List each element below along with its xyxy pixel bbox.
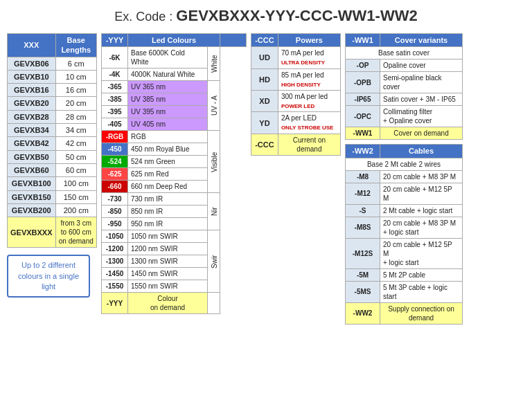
power-code-cell: YD bbox=[251, 112, 278, 134]
base-length-cell: 28 cm bbox=[55, 110, 96, 123]
led-code-cell: -1300 bbox=[102, 255, 128, 268]
base-code-cell: GEVXB10 bbox=[8, 70, 56, 83]
base-code-cell: GEVXB60 bbox=[8, 163, 56, 176]
led-code-cell: -1200 bbox=[102, 243, 128, 255]
cover-desc-cell: Semi-opaline black cover bbox=[380, 72, 463, 93]
note-box: Up to 2 different colours in a single li… bbox=[7, 255, 90, 298]
cover-desc-cell: Opaline cover bbox=[380, 60, 463, 72]
led-code-cell: -1450 bbox=[102, 268, 128, 280]
base-header-code: XXX bbox=[8, 34, 56, 57]
base-length-cell: 100 cm bbox=[55, 177, 96, 190]
cover-demand-desc: Cover on demand bbox=[380, 127, 463, 140]
covers-base-row: Base satin cover bbox=[346, 47, 463, 60]
power-demand-desc: Current on demand bbox=[278, 134, 340, 155]
led-code-cell: -450 bbox=[102, 143, 128, 156]
led-colours-column: -YYY Led Colours -6KBase 6000K Cold Whit… bbox=[101, 33, 247, 314]
led-desc-cell: 660 nm Deep Red bbox=[128, 181, 208, 193]
led-code-cell: -625 bbox=[102, 168, 128, 181]
base-length-cell: 10 cm bbox=[55, 70, 96, 83]
base-length-cell: 34 cm bbox=[55, 124, 96, 137]
cover-code-cell: -IP65 bbox=[346, 93, 380, 106]
led-code-cell: -1550 bbox=[102, 280, 128, 293]
right-columns: -WW1 Cover variants Base satin cover-OPO… bbox=[345, 33, 463, 325]
led-header-code: -YYY bbox=[102, 34, 128, 47]
led-desc-cell: 450 nm Royal Blue bbox=[128, 143, 208, 156]
cable-code-cell: -M8S bbox=[346, 217, 380, 238]
cable-code-cell: -5M bbox=[346, 268, 380, 281]
base-code-cell: GEVXB28 bbox=[8, 110, 56, 123]
cable-demand-code: -WW2 bbox=[346, 302, 380, 324]
powers-table: -CCC Powers UD70 mA per ledULTRA DENSITY… bbox=[251, 33, 341, 156]
title-suffix: -YYY-CCC-WW1-WW2 bbox=[260, 7, 417, 24]
base-code-cell: GEVXB06 bbox=[8, 57, 56, 70]
base-length-cell: 6 cm bbox=[55, 57, 96, 70]
cable-code-cell: -M12 bbox=[346, 183, 380, 204]
base-length-cell: 16 cm bbox=[55, 84, 96, 97]
cable-desc-cell: 20 cm cable + M12 5P M bbox=[380, 183, 463, 204]
led-desc-cell: 1200 nm SWIR bbox=[128, 243, 208, 255]
led-desc-cell: 524 nm Green bbox=[128, 156, 208, 168]
led-code-cell: -395 bbox=[102, 106, 128, 118]
led-code-cell: -RGB bbox=[102, 131, 128, 143]
power-desc-cell: 70 mA per ledULTRA DENSITY bbox=[278, 47, 340, 69]
power-desc-cell: 2A per LEDONLY STROBE USE bbox=[278, 112, 340, 134]
cover-desc-cell: Collimating filter + Opaline cover bbox=[380, 106, 463, 127]
led-desc-cell: Base 6000K Cold White bbox=[128, 47, 208, 69]
led-desc-cell: UV 405 nm bbox=[128, 118, 208, 131]
cable-code-cell: -M12S bbox=[346, 238, 380, 268]
cable-code-cell: -5MS bbox=[346, 281, 380, 302]
led-desc-cell: UV 385 nm bbox=[128, 93, 208, 106]
cover-demand-code: -WW1 bbox=[346, 127, 380, 140]
led-group-label: UV - A bbox=[208, 81, 220, 131]
base-header-label: Base Lengths bbox=[55, 34, 96, 57]
base-lengths-table: XXX Base Lengths GEVXB066 cmGEVXB1010 cm… bbox=[7, 33, 97, 248]
led-desc-cell: RGB bbox=[128, 131, 208, 143]
led-desc-cell: UV 365 nm bbox=[128, 81, 208, 93]
base-length-cell: 60 cm bbox=[55, 163, 96, 176]
cable-desc-cell: 5 Mt 3P cable + logic start bbox=[380, 281, 463, 302]
base-code-cell: GEVXB42 bbox=[8, 137, 56, 150]
covers-table: -WW1 Cover variants Base satin cover-OPO… bbox=[345, 33, 463, 140]
led-code-cell: -6K bbox=[102, 47, 128, 69]
led-desc-cell: 1300 nm SWIR bbox=[128, 255, 208, 268]
led-desc-cell: 4000K Natural White bbox=[128, 69, 208, 81]
led-desc-cell: 625 nm Red bbox=[128, 168, 208, 181]
covers-header-label: Cover variants bbox=[380, 34, 463, 47]
led-group-label: Visible bbox=[208, 131, 220, 193]
cable-desc-cell: 20 cm cable + M8 3P M + logic start bbox=[380, 217, 463, 238]
base-demand-desc: from 3 cm to 600 cm on demand bbox=[55, 217, 96, 248]
base-code-cell: GEVXB200 bbox=[8, 203, 56, 217]
led-code-cell: -405 bbox=[102, 118, 128, 131]
base-code-cell: GEVXB16 bbox=[8, 84, 56, 97]
base-length-cell: 200 cm bbox=[55, 203, 96, 217]
led-header-group bbox=[220, 34, 247, 47]
power-demand-code: -CCC bbox=[251, 134, 278, 155]
base-code-cell: GEVXB50 bbox=[8, 150, 56, 163]
cable-desc-cell: 20 cm cable + M12 5P M + logic start bbox=[380, 238, 463, 268]
power-code-cell: XD bbox=[251, 91, 278, 112]
base-length-cell: 150 cm bbox=[55, 190, 96, 203]
led-desc-cell: 730 nm IR bbox=[128, 193, 208, 206]
led-code-cell: -365 bbox=[102, 81, 128, 93]
power-code-cell: HD bbox=[251, 69, 278, 90]
base-code-cell: GEVXB150 bbox=[8, 190, 56, 203]
cables-header-code: -WW2 bbox=[346, 145, 380, 158]
led-code-cell: -4K bbox=[102, 69, 128, 81]
led-code-cell: -730 bbox=[102, 193, 128, 206]
cable-demand-desc: Supply connection on demand bbox=[380, 302, 463, 324]
powers-column: -CCC Powers UD70 mA per ledULTRA DENSITY… bbox=[251, 33, 341, 156]
led-demand-group bbox=[208, 293, 220, 314]
led-demand-code: -YYY bbox=[102, 293, 128, 314]
powers-header-label: Powers bbox=[278, 34, 340, 47]
power-desc-cell: 85 mA per ledHIGH DENSITY bbox=[278, 69, 340, 90]
cable-code-cell: -M8 bbox=[346, 170, 380, 183]
led-colours-table: -YYY Led Colours -6KBase 6000K Cold Whit… bbox=[101, 33, 247, 314]
cable-desc-cell: 2 Mt cable + logic start bbox=[380, 204, 463, 217]
led-code-cell: -850 bbox=[102, 206, 128, 218]
title-prefix: Ex. Code : bbox=[114, 10, 176, 24]
base-code-cell: GEVXB100 bbox=[8, 177, 56, 190]
led-header-label: Led Colours bbox=[128, 34, 220, 47]
covers-header-code: -WW1 bbox=[346, 34, 380, 47]
base-length-cell: 50 cm bbox=[55, 150, 96, 163]
led-code-cell: -1050 bbox=[102, 230, 128, 243]
